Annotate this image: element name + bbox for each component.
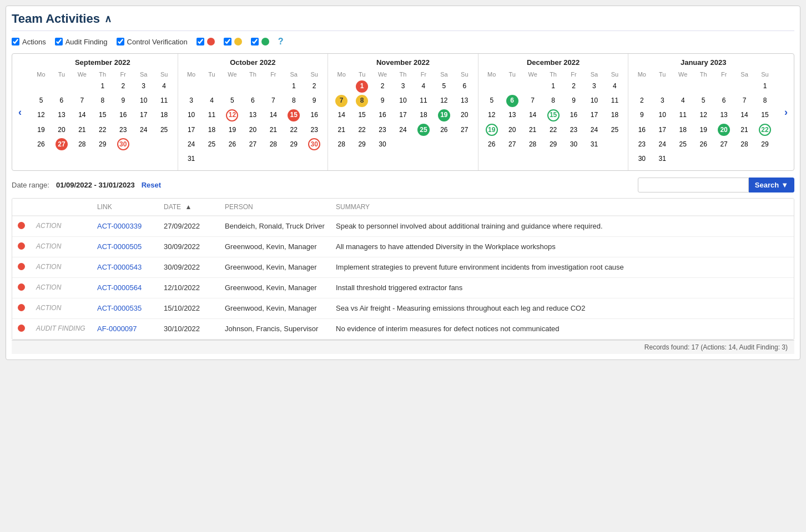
- calendar-day[interactable]: 9: [304, 94, 324, 108]
- calendar-day[interactable]: 22: [543, 123, 563, 137]
- checkbox-red[interactable]: [197, 38, 204, 45]
- calendar-day[interactable]: 27: [455, 123, 475, 137]
- calendar-day[interactable]: 24: [393, 123, 413, 137]
- calendar-day[interactable]: 11: [604, 94, 624, 108]
- calendar-day[interactable]: 7: [331, 94, 351, 108]
- calendar-day[interactable]: 21: [734, 123, 754, 137]
- checkbox-audit-finding[interactable]: [55, 38, 63, 45]
- calendar-day[interactable]: 4: [154, 79, 174, 93]
- calendar-day[interactable]: 16: [304, 108, 324, 122]
- calendar-day[interactable]: 18: [673, 123, 693, 137]
- calendar-day[interactable]: 24: [584, 123, 604, 137]
- calendar-day[interactable]: 15: [543, 108, 563, 122]
- calendar-day[interactable]: 15: [284, 108, 304, 122]
- calendar-day[interactable]: 31: [652, 152, 672, 166]
- checkbox-green[interactable]: [251, 38, 259, 45]
- calendar-day[interactable]: 8: [352, 94, 372, 108]
- calendar-day[interactable]: 1: [284, 79, 304, 93]
- calendar-day[interactable]: 4: [414, 79, 434, 93]
- calendar-next-button[interactable]: ›: [778, 54, 794, 170]
- calendar-day[interactable]: 16: [632, 123, 652, 137]
- calendar-day[interactable]: 10: [652, 108, 672, 122]
- calendar-day[interactable]: 2: [632, 94, 652, 108]
- calendar-day[interactable]: 23: [632, 138, 652, 151]
- calendar-day[interactable]: 13: [502, 108, 522, 122]
- calendar-day[interactable]: 28: [331, 138, 351, 151]
- calendar-day[interactable]: 5: [693, 94, 713, 108]
- calendar-day[interactable]: 27: [52, 138, 72, 151]
- calendar-day[interactable]: 10: [134, 94, 154, 108]
- calendar-day[interactable]: 9: [113, 94, 133, 108]
- calendar-day[interactable]: 20: [455, 108, 475, 122]
- calendar-day[interactable]: 6: [502, 94, 522, 108]
- filter-actions[interactable]: Actions: [12, 38, 46, 46]
- calendar-day[interactable]: 19: [482, 123, 502, 137]
- calendar-day[interactable]: 21: [263, 123, 283, 137]
- calendar-day[interactable]: 11: [673, 108, 693, 122]
- calendar-day[interactable]: 13: [52, 108, 72, 122]
- calendar-day[interactable]: 12: [434, 94, 454, 108]
- row-link[interactable]: AF-0000097: [92, 319, 158, 340]
- filter-red[interactable]: [197, 38, 215, 45]
- filter-control-verification[interactable]: Control Verification: [117, 38, 188, 46]
- calendar-day[interactable]: 3: [652, 94, 672, 108]
- calendar-prev-button[interactable]: ‹: [12, 54, 28, 170]
- calendar-day[interactable]: 15: [352, 108, 372, 122]
- calendar-day[interactable]: 23: [372, 123, 392, 137]
- calendar-day[interactable]: 13: [455, 94, 475, 108]
- calendar-day[interactable]: 18: [154, 108, 174, 122]
- calendar-day[interactable]: 29: [284, 138, 304, 151]
- calendar-day[interactable]: 22: [352, 123, 372, 137]
- row-link-anchor[interactable]: ACT-0000535: [97, 304, 142, 312]
- calendar-day[interactable]: 8: [543, 94, 563, 108]
- calendar-day[interactable]: 23: [304, 123, 324, 137]
- filter-audit-finding[interactable]: Audit Finding: [55, 38, 108, 46]
- calendar-day[interactable]: 30: [304, 138, 324, 151]
- calendar-day[interactable]: 1: [543, 79, 563, 93]
- calendar-day[interactable]: 31: [182, 152, 202, 166]
- calendar-day[interactable]: 4: [202, 94, 222, 108]
- calendar-day[interactable]: 7: [72, 94, 92, 108]
- calendar-day[interactable]: 28: [734, 138, 754, 151]
- calendar-day[interactable]: 19: [222, 123, 242, 137]
- calendar-day[interactable]: 17: [393, 108, 413, 122]
- calendar-day[interactable]: 30: [372, 138, 392, 151]
- calendar-day[interactable]: 25: [414, 123, 434, 137]
- calendar-day[interactable]: 17: [134, 108, 154, 122]
- reset-button[interactable]: Reset: [142, 181, 161, 189]
- calendar-day[interactable]: 18: [202, 123, 222, 137]
- calendar-day[interactable]: 12: [482, 108, 502, 122]
- row-link[interactable]: ACT-0000339: [92, 216, 158, 237]
- search-button[interactable]: Search ▼: [749, 178, 794, 192]
- row-link-anchor[interactable]: ACT-0000339: [97, 222, 142, 230]
- calendar-day[interactable]: 26: [693, 138, 713, 151]
- calendar-day[interactable]: 9: [564, 94, 584, 108]
- help-icon[interactable]: ?: [278, 37, 284, 47]
- calendar-day[interactable]: 26: [434, 123, 454, 137]
- calendar-day[interactable]: 26: [482, 138, 502, 151]
- calendar-day[interactable]: 24: [652, 138, 672, 151]
- col-header-link[interactable]: LINK: [92, 199, 158, 216]
- calendar-day[interactable]: 30: [564, 138, 584, 151]
- calendar-day[interactable]: 1: [352, 79, 372, 93]
- calendar-day[interactable]: 20: [52, 123, 72, 137]
- calendar-day[interactable]: 29: [755, 138, 775, 151]
- calendar-day[interactable]: 7: [523, 94, 543, 108]
- calendar-day[interactable]: 11: [154, 94, 174, 108]
- row-link-anchor[interactable]: ACT-0000505: [97, 242, 142, 251]
- calendar-day[interactable]: 14: [523, 108, 543, 122]
- calendar-day[interactable]: 27: [502, 138, 522, 151]
- calendar-day[interactable]: 17: [652, 123, 672, 137]
- calendar-day[interactable]: 22: [93, 123, 113, 137]
- calendar-day[interactable]: 15: [93, 108, 113, 122]
- calendar-day[interactable]: 12: [693, 108, 713, 122]
- calendar-day[interactable]: 25: [673, 138, 693, 151]
- row-link[interactable]: ACT-0000505: [92, 237, 158, 257]
- row-link[interactable]: ACT-0000543: [92, 257, 158, 278]
- calendar-day[interactable]: 3: [393, 79, 413, 93]
- calendar-day[interactable]: 10: [393, 94, 413, 108]
- calendar-day[interactable]: 13: [243, 108, 263, 122]
- calendar-day[interactable]: 3: [134, 79, 154, 93]
- checkbox-control-verification[interactable]: [117, 38, 124, 45]
- calendar-day[interactable]: 28: [72, 138, 92, 151]
